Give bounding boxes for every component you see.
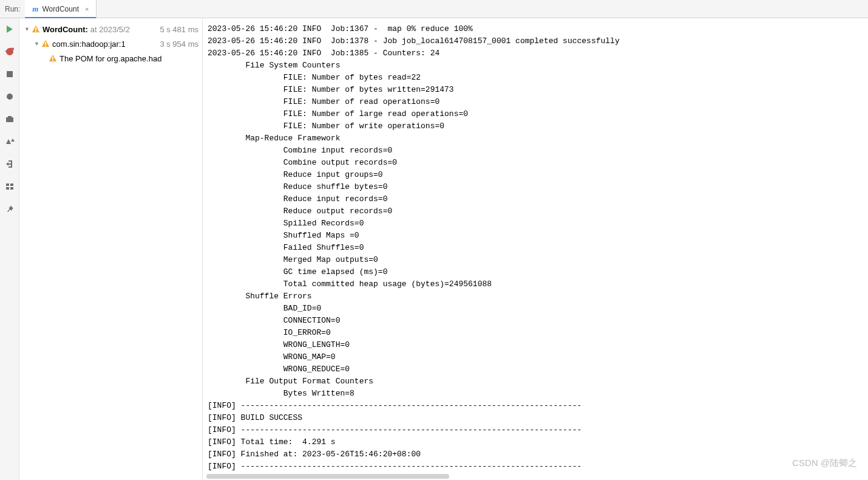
svg-rect-6 [10, 183, 13, 186]
stop-icon[interactable] [5, 69, 15, 81]
svg-rect-4 [8, 116, 12, 118]
svg-rect-9 [35, 27, 36, 30]
layout-icon[interactable] [5, 182, 15, 193]
chevron-down-icon[interactable]: ▼ [24, 26, 32, 32]
tree-child-time: 3 s 954 ms [160, 39, 202, 49]
main-area: ▼ WordCount: at 2023/5/2 5 s 481 ms ▼ co… [0, 18, 868, 480]
watermark: CSDN @陆卿之 [792, 458, 857, 469]
svg-rect-14 [52, 60, 53, 61]
run-toolbar [0, 18, 19, 480]
chevron-down-icon[interactable]: ▼ [34, 41, 41, 47]
svg-rect-13 [52, 57, 53, 59]
warning-icon [32, 25, 40, 33]
tree-root-name: WordCount: [42, 25, 88, 34]
svg-rect-8 [10, 187, 13, 190]
tree-leaf-row[interactable]: The POM for org.apache.had [24, 51, 202, 66]
svg-rect-0 [7, 71, 13, 77]
show-icon[interactable] [5, 92, 15, 103]
svg-rect-11 [45, 42, 46, 44]
camera-icon[interactable] [5, 114, 15, 126]
active-tab-indicator [25, 17, 96, 18]
warning-icon [41, 39, 50, 48]
run-label: Run: [5, 5, 25, 13]
svg-point-2 [8, 96, 10, 98]
exit-icon[interactable] [5, 159, 15, 171]
run-configuration-tab[interactable]: m WordCount × [25, 0, 97, 18]
pin-icon[interactable] [5, 204, 15, 216]
svg-rect-7 [6, 187, 9, 190]
tree-child-name: com.sin:hadoop:jar:1 [52, 39, 126, 49]
tree-root-meta: at 2023/5/2 [90, 25, 130, 34]
svg-rect-3 [6, 117, 13, 122]
svg-rect-12 [45, 46, 46, 47]
rerun-icon[interactable] [5, 24, 15, 36]
tree-root-row[interactable]: ▼ WordCount: at 2023/5/2 5 s 481 ms [24, 22, 202, 36]
tree-root-time: 5 s 481 ms [160, 25, 202, 34]
tab-title: WordCount [42, 5, 78, 13]
settings-icon[interactable] [5, 137, 15, 148]
svg-rect-5 [6, 183, 9, 186]
horizontal-scrollbar[interactable] [206, 474, 449, 479]
warning-icon [49, 54, 57, 63]
tree-leaf-name: The POM for org.apache.had [59, 54, 161, 63]
console-output[interactable]: 2023-05-26 15:46:20 INFO Job:1367 - map … [203, 18, 868, 480]
maven-icon: m [32, 4, 38, 14]
run-tool-header: Run: m WordCount × [0, 0, 868, 18]
svg-rect-10 [35, 31, 36, 32]
debug-rerun-icon[interactable] [5, 47, 15, 58]
tree-child-row[interactable]: ▼ com.sin:hadoop:jar:1 3 s 954 ms [24, 36, 202, 51]
close-icon[interactable]: × [85, 5, 89, 13]
test-tree-panel: ▼ WordCount: at 2023/5/2 5 s 481 ms ▼ co… [19, 18, 203, 480]
